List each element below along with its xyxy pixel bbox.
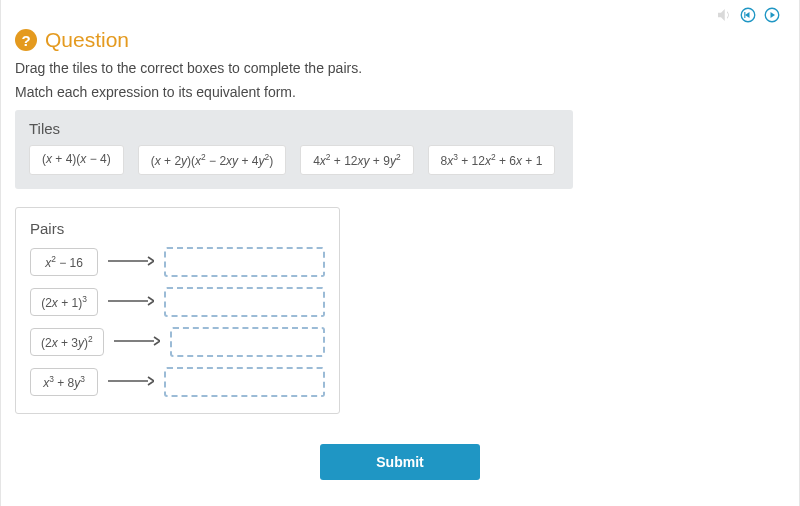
pair-source: (2x + 1)3 <box>30 288 98 316</box>
tiles-row: (x + 4)(x − 4) (x + 2y)(x2 − 2xy + 4y2) … <box>29 145 559 175</box>
pair-row: x3 + 8y3 <box>30 367 325 397</box>
arrow-icon <box>108 373 154 391</box>
tile[interactable]: (x + 4)(x − 4) <box>29 145 124 175</box>
question-title: Question <box>45 28 129 52</box>
arrow-icon <box>108 293 154 311</box>
audio-icon[interactable] <box>715 6 733 24</box>
drop-target[interactable] <box>170 327 325 357</box>
instruction-line-1: Drag the tiles to the correct boxes to c… <box>15 60 785 76</box>
drop-target[interactable] <box>164 367 325 397</box>
pair-row: (2x + 3y)2 <box>30 327 325 357</box>
pair-row: (2x + 1)3 <box>30 287 325 317</box>
tiles-title: Tiles <box>29 120 559 137</box>
pair-source: x3 + 8y3 <box>30 368 98 396</box>
drop-target[interactable] <box>164 287 325 317</box>
tile[interactable]: (x + 2y)(x2 − 2xy + 4y2) <box>138 145 286 175</box>
question-header: ? Question <box>15 28 785 52</box>
tile[interactable]: 4x2 + 12xy + 9y2 <box>300 145 413 175</box>
pairs-title: Pairs <box>30 220 325 237</box>
svg-rect-1 <box>744 12 745 18</box>
tile[interactable]: 8x3 + 12x2 + 6x + 1 <box>428 145 556 175</box>
arrow-icon <box>114 333 160 351</box>
instruction-line-2: Match each expression to its equivalent … <box>15 84 785 100</box>
question-mark-icon: ? <box>15 29 37 51</box>
top-controls <box>15 0 785 28</box>
pairs-panel: Pairs x2 − 16 (2x + 1)3 (2x + 3y)2 x3 + … <box>15 207 340 414</box>
pair-row: x2 − 16 <box>30 247 325 277</box>
pair-source: x2 − 16 <box>30 248 98 276</box>
previous-icon[interactable] <box>739 6 757 24</box>
next-icon[interactable] <box>763 6 781 24</box>
pair-source: (2x + 3y)2 <box>30 328 104 356</box>
tiles-panel: Tiles (x + 4)(x − 4) (x + 2y)(x2 − 2xy +… <box>15 110 573 189</box>
arrow-icon <box>108 253 154 271</box>
drop-target[interactable] <box>164 247 325 277</box>
submit-bar: Submit <box>15 444 785 480</box>
submit-button[interactable]: Submit <box>320 444 480 480</box>
